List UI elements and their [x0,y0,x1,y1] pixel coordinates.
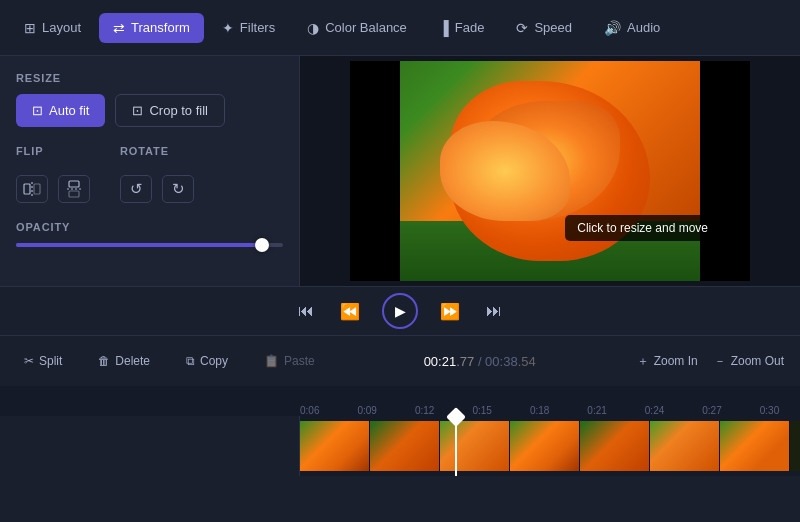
croptofill-button[interactable]: ⊡ Crop to fill [115,94,225,127]
tab-fade[interactable]: ▐ Fade [425,13,499,43]
delete-button[interactable]: 🗑 Delete [90,350,158,372]
tab-speed[interactable]: ⟳ Speed [502,13,586,43]
svg-rect-5 [69,191,79,197]
thumb-frame [580,421,650,471]
delete-label: Delete [115,354,150,368]
opacity-label: OPACITY [16,221,283,233]
ruler-mark: 0:27 [702,405,721,416]
rotate-ccw-button[interactable]: ↺ [120,175,152,203]
track-label-area [0,416,300,476]
timeline-ruler: 0:06 0:09 0:12 0:15 0:18 0:21 0:24 0:27 … [0,386,800,416]
tab-audio[interactable]: 🔊 Audio [590,13,674,43]
skip-to-end-button[interactable]: ⏭ [482,298,506,324]
time-display: 00:21.77 / 00:38.54 [343,354,617,369]
time-current: 00:21.77 [424,354,478,369]
ruler-mark: 0:18 [530,405,549,416]
paste-label: Paste [284,354,315,368]
flip-section: FLIP [16,145,90,203]
zoom-in-button[interactable]: ＋ Zoom In [637,353,698,370]
flip-horizontal-button[interactable] [16,175,48,203]
skip-to-start-button[interactable]: ⏮ [294,298,318,324]
zoom-controls: ＋ Zoom In － Zoom Out [637,353,784,370]
video-container: Click to resize and move [350,61,750,281]
tab-transform-label: Transform [131,20,190,35]
split-button[interactable]: ✂ Split [16,350,70,372]
tab-speed-label: Speed [534,20,572,35]
play-icon: ▶ [395,303,406,319]
track-content[interactable] [300,421,800,471]
time-total: 00:38.54 [485,354,536,369]
play-button[interactable]: ▶ [382,293,418,329]
rotate-cw-button[interactable]: ↻ [162,175,194,203]
delete-icon: 🗑 [98,354,110,368]
ruler-mark: 0:15 [472,405,491,416]
tab-filters[interactable]: ✦ Filters [208,13,289,43]
flip-label: FLIP [16,145,90,157]
filters-icon: ✦ [222,20,234,36]
rewind-button[interactable]: ⏪ [336,298,364,325]
thumb-frame [720,421,790,471]
speed-icon: ⟳ [516,20,528,36]
video-black-right [700,61,750,281]
opacity-thumb[interactable] [255,238,269,252]
transform-icon: ⇄ [113,20,125,36]
autofit-button[interactable]: ⊡ Auto fit [16,94,105,127]
tab-filters-label: Filters [240,20,275,35]
thumb-frame [440,421,510,471]
copy-button[interactable]: ⧉ Copy [178,350,236,372]
ruler-mark: 0:09 [357,405,376,416]
flip-rotate-row: FLIP [16,145,283,203]
zoom-out-icon: － [714,353,726,370]
copy-label: Copy [200,354,228,368]
tab-colorbalance[interactable]: ◑ Color Balance [293,13,421,43]
rotate-section: ROTATE ↺ ↻ [120,145,194,203]
paste-icon: 📋 [264,354,279,368]
ruler-mark: 0:12 [415,405,434,416]
croptofill-icon: ⊡ [132,103,143,118]
ruler-mark: 0:24 [645,405,664,416]
transform-panel: RESIZE ⊡ Auto fit ⊡ Crop to fill FLIP [0,56,300,286]
ruler-mark: 0:06 [300,405,319,416]
split-icon: ✂ [24,354,34,368]
svg-rect-0 [24,184,30,194]
zoom-out-label: Zoom Out [731,354,784,368]
playback-bar: ⏮ ⏪ ▶ ⏩ ⏭ [0,286,800,336]
video-preview-area[interactable]: Click to resize and move [300,56,800,286]
thumb-frame [300,421,370,471]
thumb-frame [510,421,580,471]
tab-fade-label: Fade [455,20,485,35]
flip-vertical-button[interactable] [58,175,90,203]
ruler-marks: 0:06 0:09 0:12 0:15 0:18 0:21 0:24 0:27 … [300,386,800,416]
layout-icon: ⊞ [24,20,36,36]
paste-button[interactable]: 📋 Paste [256,350,323,372]
rotate-label: ROTATE [120,145,194,157]
opacity-section: OPACITY [16,221,283,247]
video-bg [350,61,750,281]
zoom-in-icon: ＋ [637,353,649,370]
rotate-ccw-icon: ↺ [130,180,143,198]
copy-icon: ⧉ [186,354,195,368]
playhead[interactable] [455,416,457,476]
top-tabs-bar: ⊞ Layout ⇄ Transform ✦ Filters ◑ Color B… [0,0,800,56]
zoom-in-label: Zoom In [654,354,698,368]
timeline-track-area [0,416,800,476]
croptofill-label: Crop to fill [149,103,208,118]
zoom-out-button[interactable]: － Zoom Out [714,353,784,370]
ruler-mark: 0:30 [760,405,779,416]
thumb-frame [370,421,440,471]
resize-buttons: ⊡ Auto fit ⊡ Crop to fill [16,94,283,127]
tab-transform[interactable]: ⇄ Transform [99,13,204,43]
split-label: Split [39,354,62,368]
autofit-label: Auto fit [49,103,89,118]
resize-tooltip: Click to resize and move [565,215,720,241]
tab-layout[interactable]: ⊞ Layout [10,13,95,43]
flip-icons [16,175,90,203]
svg-rect-2 [34,184,40,194]
rotate-icons: ↺ ↻ [120,175,194,203]
tab-layout-label: Layout [42,20,81,35]
fade-icon: ▐ [439,20,449,36]
opacity-fill [16,243,262,247]
fast-forward-button[interactable]: ⏩ [436,298,464,325]
opacity-slider[interactable] [16,243,283,247]
audio-icon: 🔊 [604,20,621,36]
